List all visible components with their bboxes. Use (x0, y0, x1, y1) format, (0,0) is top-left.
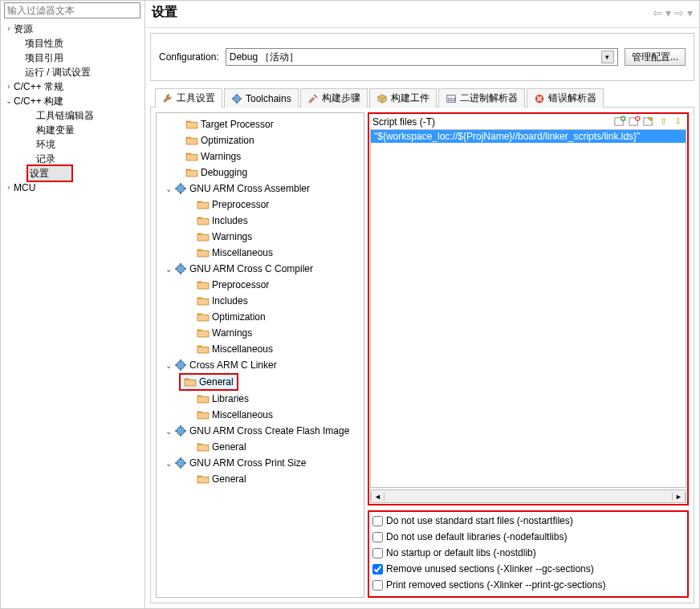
checkbox[interactable] (372, 548, 383, 558)
tool-tree-item-linker[interactable]: ⌄Cross ARM C Linker (157, 357, 364, 373)
tab-toolchains[interactable]: Toolchains (224, 88, 299, 108)
tab-label: 错误解析器 (548, 91, 596, 105)
horizontal-scrollbar[interactable]: ◄ ► (370, 489, 686, 503)
tool-tree-item[interactable]: General (157, 439, 364, 455)
check-label: No startup or default libs (-nostdlib) (386, 546, 536, 559)
tab-label: Toolchains (246, 93, 291, 104)
tool-icon (174, 424, 187, 437)
tree-label: Warnings (201, 151, 241, 162)
back-icon[interactable]: ⇦ ▾ (653, 6, 671, 19)
tool-tree-item-compiler[interactable]: ⌄GNU ARM Cross C Compiler (157, 261, 364, 277)
tree-item-cpp-build[interactable]: ⌄C/C++ 构建 (4, 94, 141, 108)
config-bar: Configuration: Debug ［活动］ ▾ 管理配置... (150, 33, 694, 81)
tool-tree-item[interactable]: Warnings (157, 325, 364, 341)
tool-tree-item[interactable]: Miscellaneous (157, 407, 364, 423)
tool-tree-item[interactable]: General (157, 471, 364, 487)
wrench-icon (162, 93, 173, 104)
check-nostartfiles[interactable]: Do not use standard start files (-nostar… (372, 513, 684, 529)
tool-tree-item[interactable]: Optimization (157, 132, 364, 148)
tree-item-run-debug[interactable]: 运行 / 调试设置 (4, 65, 141, 79)
check-nodefaultlibs[interactable]: Do not use default libraries (-nodefault… (372, 529, 684, 545)
tree-label-selected: 设置 (26, 164, 73, 182)
binary-icon (446, 93, 457, 104)
tab-build-artifact[interactable]: 构建工件 (369, 88, 437, 108)
tool-tree-item[interactable]: Warnings (157, 148, 364, 164)
tree-item-resource[interactable]: ›资源 (4, 22, 141, 36)
tree-label: GNU ARM Cross Print Size (189, 457, 306, 469)
tree-item-mcu[interactable]: ›MCU (4, 181, 141, 195)
folder-icon (197, 246, 210, 259)
tree-item-build-vars[interactable]: 构建变量 (4, 123, 141, 137)
tool-tree-item[interactable]: Miscellaneous (157, 341, 364, 357)
tree-label: Miscellaneous (212, 247, 273, 258)
delete-icon[interactable] (629, 116, 641, 128)
tree-label: General (212, 473, 246, 485)
edit-icon[interactable] (643, 116, 655, 128)
tree-label: 项目引用 (25, 51, 63, 65)
tool-tree-item-assembler[interactable]: ⌄GNU ARM Cross Assembler (157, 181, 364, 197)
scroll-right-icon[interactable]: ► (672, 493, 686, 501)
checkbox[interactable] (372, 516, 383, 526)
tool-tree-item-linker-general[interactable]: General (179, 373, 238, 391)
tree-item-project-nature[interactable]: 项目性质 (4, 36, 141, 51)
tool-tree-item[interactable]: Includes (157, 213, 364, 229)
check-nostdlib[interactable]: No startup or default libs (-nostdlib) (372, 545, 684, 561)
check-print-gc-sections[interactable]: Print removed sections (-Xlinker --print… (372, 577, 684, 593)
tool-tree-item[interactable]: Optimization (157, 309, 364, 325)
config-label: Configuration: (159, 51, 219, 63)
tree-item-toolchain-editor[interactable]: 工具链编辑器 (4, 108, 141, 123)
move-down-icon[interactable]: ⇩ (672, 116, 684, 128)
tool-tree-item[interactable]: Preprocessor (157, 197, 364, 213)
tree-label: Optimization (212, 311, 266, 323)
folder-icon (185, 134, 198, 147)
tool-tree-item[interactable]: Libraries (157, 391, 364, 407)
tree-label: Warnings (212, 231, 252, 242)
folder-icon (185, 166, 198, 179)
tree-label: General (212, 441, 246, 453)
tree-item-env[interactable]: 环境 (4, 137, 141, 152)
tree-label: Preprocessor (212, 279, 269, 290)
tool-icon (174, 182, 187, 195)
tree-label: 运行 / 调试设置 (25, 65, 91, 79)
tree-label: MCU (14, 181, 35, 195)
tree-label: GNU ARM Cross Assembler (189, 183, 310, 194)
tool-tree-item[interactable]: Miscellaneous (157, 245, 364, 261)
tree-label: Libraries (212, 393, 249, 404)
folder-icon (197, 473, 210, 485)
tool-tree-item[interactable]: Debugging (157, 164, 364, 181)
tool-tree-item[interactable]: Warnings (157, 229, 364, 245)
config-value: Debug ［活动］ (230, 51, 299, 64)
forward-icon[interactable]: ⇨ ▾ (674, 6, 693, 19)
error-icon (534, 93, 545, 104)
manage-config-button[interactable]: 管理配置... (625, 48, 686, 66)
settings-tree: ›资源 项目性质 项目引用 运行 / 调试设置 ›C/C++ 常规 ⌄C/C++… (1, 22, 144, 195)
tool-tree-item-flash[interactable]: ⌄GNU ARM Cross Create Flash Image (157, 423, 364, 439)
checkbox[interactable] (372, 580, 383, 591)
tool-tree-item[interactable]: Target Processor (157, 116, 364, 132)
tool-tree-item[interactable]: Preprocessor (157, 277, 364, 293)
add-icon[interactable] (614, 116, 626, 128)
nav-arrows: ⇦ ▾ ⇨ ▾ (653, 6, 693, 19)
option-panel: Script files (-T) ⇧ ⇩ "${workspace_loc:/… (368, 112, 689, 598)
check-gc-sections[interactable]: Remove unused sections (-Xlinker --gc-se… (372, 561, 684, 577)
filter-input[interactable] (4, 2, 140, 18)
tree-item-settings[interactable]: 设置 (4, 166, 141, 181)
tree-item-project-refs[interactable]: 项目引用 (4, 51, 141, 65)
folder-icon (185, 150, 198, 163)
tab-tool-settings[interactable]: 工具设置 (155, 88, 222, 108)
scroll-left-icon[interactable]: ◄ (371, 493, 385, 501)
tree-label: Includes (212, 215, 248, 226)
folder-icon (197, 408, 210, 421)
checkbox[interactable] (372, 532, 383, 542)
move-up-icon[interactable]: ⇧ (657, 116, 669, 128)
tool-tree-item-size[interactable]: ⌄GNU ARM Cross Print Size (157, 455, 364, 471)
tool-tree-item[interactable]: Includes (157, 293, 364, 309)
config-select[interactable]: Debug ［活动］ ▾ (226, 48, 618, 66)
tree-item-cpp-general[interactable]: ›C/C++ 常规 (4, 79, 141, 94)
tab-error-parsers[interactable]: 错误解析器 (527, 88, 604, 108)
tab-build-steps[interactable]: 构建步骤 (300, 88, 368, 108)
tab-binary-parsers[interactable]: 二进制解析器 (438, 88, 525, 108)
script-list[interactable]: "${workspace_loc://${ProjName}//board/li… (370, 129, 686, 488)
checkbox[interactable] (372, 564, 383, 574)
list-item[interactable]: "${workspace_loc://${ProjName}//board/li… (371, 130, 686, 143)
